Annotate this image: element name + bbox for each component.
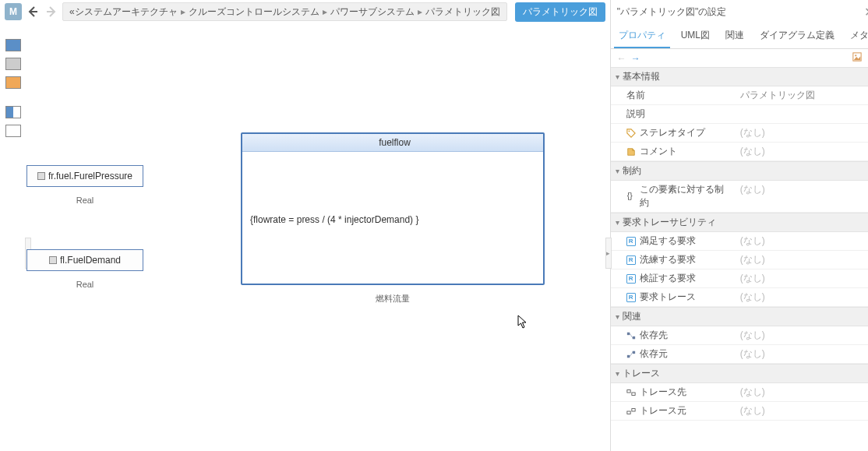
trace-to-icon xyxy=(626,388,636,397)
section-relation[interactable]: ▾関連 xyxy=(611,307,868,326)
prop-stereo-value[interactable]: (なし) xyxy=(736,124,868,142)
prop-depfrom-label: 依存元 xyxy=(611,345,736,363)
panel-toolbar: ← → xyxy=(611,49,868,67)
prop-constraint-value[interactable]: (なし) xyxy=(736,181,868,212)
constraint-title: fuelflow xyxy=(379,137,411,148)
prop-reqtrace-value[interactable]: (なし) xyxy=(736,288,868,306)
svg-rect-11 xyxy=(632,408,635,410)
breadcrumb[interactable]: « システムアーキテクチャ ▸ クルーズコントロールシステム ▸ パワーサブシス… xyxy=(62,2,507,21)
svg-rect-10 xyxy=(627,411,630,414)
requirement-icon: R xyxy=(626,255,636,265)
svg-text:{}: {} xyxy=(627,192,633,200)
prop-refine-value[interactable]: (なし) xyxy=(736,251,868,269)
svg-point-1 xyxy=(855,55,856,56)
nav-forward-icon[interactable] xyxy=(44,4,59,19)
constraint-block-fuelflow[interactable]: fuelflow {flowrate = press / (4 * inject… xyxy=(241,132,545,285)
properties-list: ▾基本情報 名前パラメトリック図 説明 ステレオタイプ(なし) コメント(なし)… xyxy=(611,67,868,421)
prop-traceto-value[interactable]: (なし) xyxy=(736,383,868,401)
panel-tabs: プロパティ UML図 関連 ダイアグラム定義 メタモデル xyxy=(611,24,868,49)
breadcrumb-item[interactable]: パラメトリック図 xyxy=(425,5,500,19)
block-fuel-pressure[interactable]: fr.fuel.FurelPressure Real xyxy=(26,165,143,187)
breadcrumb-item[interactable]: システムアーキテクチャ xyxy=(75,5,178,19)
prop-depto-value[interactable]: (なし) xyxy=(736,326,868,344)
workspace: ◂ ▸ fr.fuel.FurelPressure Real fl.FuelDe… xyxy=(0,23,610,451)
dependency-to-icon xyxy=(626,331,636,340)
diagram-type-button[interactable]: パラメトリック図 xyxy=(515,2,605,22)
prop-stereo-label: ステレオタイプ xyxy=(611,124,736,142)
svg-rect-6 xyxy=(627,354,630,357)
section-basic[interactable]: ▾基本情報 xyxy=(611,67,868,86)
dependency-from-icon xyxy=(626,350,636,359)
chevron-right-icon: ▸ xyxy=(418,6,422,17)
nav-back-icon[interactable] xyxy=(25,4,41,19)
diagram-canvas[interactable]: ◂ ▸ fr.fuel.FurelPressure Real fl.FuelDe… xyxy=(26,23,610,451)
requirement-icon: R xyxy=(626,293,636,302)
svg-rect-4 xyxy=(627,332,630,334)
block-icon xyxy=(49,256,57,264)
topbar: M « システムアーキテクチャ ▸ クルーズコントロールシステム ▸ パワーサブ… xyxy=(0,0,610,23)
requirement-icon: R xyxy=(626,237,636,246)
panel-title: "パラメトリック図"の設定 xyxy=(617,5,861,19)
svg-rect-7 xyxy=(632,351,634,353)
collapse-right-handle[interactable]: ▸ xyxy=(605,238,612,269)
main-area: M « システムアーキテクチャ ▸ クルーズコントロールシステム ▸ パワーサブ… xyxy=(0,0,610,451)
prop-verify-value[interactable]: (なし) xyxy=(736,270,868,287)
constraint-icon: {} xyxy=(626,192,636,201)
prop-constraint-label: {}この要素に対する制約 xyxy=(611,181,736,212)
prop-comment-value[interactable]: (なし) xyxy=(736,143,868,160)
palette-item-orange[interactable] xyxy=(5,76,21,89)
block-icon xyxy=(37,172,45,180)
svg-point-2 xyxy=(628,130,630,132)
prop-reqtrace-label: R要求トレース xyxy=(611,288,736,306)
prop-tracefrom-value[interactable]: (なし) xyxy=(736,402,868,420)
cursor-icon xyxy=(517,315,528,332)
section-req-trace[interactable]: ▾要求トレーサビリティ xyxy=(611,213,868,232)
chevron-right-icon: ▸ xyxy=(181,6,185,17)
prop-comment-label: コメント xyxy=(611,143,736,160)
prop-refine-label: R洗練する要求 xyxy=(611,251,736,269)
palette-item-blue[interactable] xyxy=(5,39,21,51)
block-label: fl.FuelDemand xyxy=(60,255,121,266)
palette-item-half[interactable] xyxy=(5,106,21,118)
prop-depto-label: 依存先 xyxy=(611,326,736,344)
panel-nav-forward-icon[interactable]: → xyxy=(631,53,640,64)
breadcrumb-item[interactable]: パワーサブシステム xyxy=(330,5,415,19)
tab-properties[interactable]: プロパティ xyxy=(614,24,670,48)
constraint-caption: 燃料流量 xyxy=(242,293,543,305)
palette-item-gray[interactable] xyxy=(5,58,21,70)
panel-nav-back-icon[interactable]: ← xyxy=(617,53,626,64)
app-menu-button[interactable]: M xyxy=(5,3,22,20)
note-icon xyxy=(626,147,636,157)
tab-uml[interactable]: UML図 xyxy=(676,24,715,48)
section-constraint[interactable]: ▾制約 xyxy=(611,161,868,181)
tab-relations[interactable]: 関連 xyxy=(721,24,749,48)
prop-verify-label: R検証する要求 xyxy=(611,270,736,287)
prop-name-value[interactable]: パラメトリック図 xyxy=(736,86,868,104)
svg-rect-5 xyxy=(632,336,634,338)
image-icon[interactable] xyxy=(852,52,862,64)
tag-icon xyxy=(626,129,636,138)
section-trace[interactable]: ▾トレース xyxy=(611,364,868,383)
tab-metamodel[interactable]: メタモデル xyxy=(845,24,868,48)
prop-satisfy-label: R満足する要求 xyxy=(611,232,736,250)
chevron-right-icon: ▸ xyxy=(323,6,327,17)
prop-desc-value[interactable] xyxy=(736,105,868,123)
block-label: fr.fuel.FurelPressure xyxy=(48,171,132,181)
properties-panel: "パラメトリック図"の設定 ✕ プロパティ UML図 関連 ダイアグラム定義 メ… xyxy=(610,0,868,451)
prop-desc-label: 説明 xyxy=(611,105,736,123)
svg-rect-8 xyxy=(627,389,630,392)
palette xyxy=(0,23,26,451)
prop-depfrom-value[interactable]: (なし) xyxy=(736,345,868,363)
constraint-expression: {flowrate = press / (4 * injectorDemand)… xyxy=(242,152,543,233)
prop-name-label: 名前 xyxy=(611,86,736,104)
palette-item-white[interactable] xyxy=(5,125,21,137)
breadcrumb-prefix: « xyxy=(69,6,75,17)
trace-from-icon xyxy=(626,407,636,416)
block-fuel-demand[interactable]: fl.FuelDemand Real xyxy=(26,249,143,271)
block-type-label: Real xyxy=(27,280,143,289)
breadcrumb-item[interactable]: クルーズコントロールシステム xyxy=(189,5,319,19)
prop-satisfy-value[interactable]: (なし) xyxy=(736,232,868,250)
close-icon[interactable]: ✕ xyxy=(861,5,868,19)
prop-tracefrom-label: トレース元 xyxy=(611,402,736,420)
tab-diagram-def[interactable]: ダイアグラム定義 xyxy=(755,24,839,48)
